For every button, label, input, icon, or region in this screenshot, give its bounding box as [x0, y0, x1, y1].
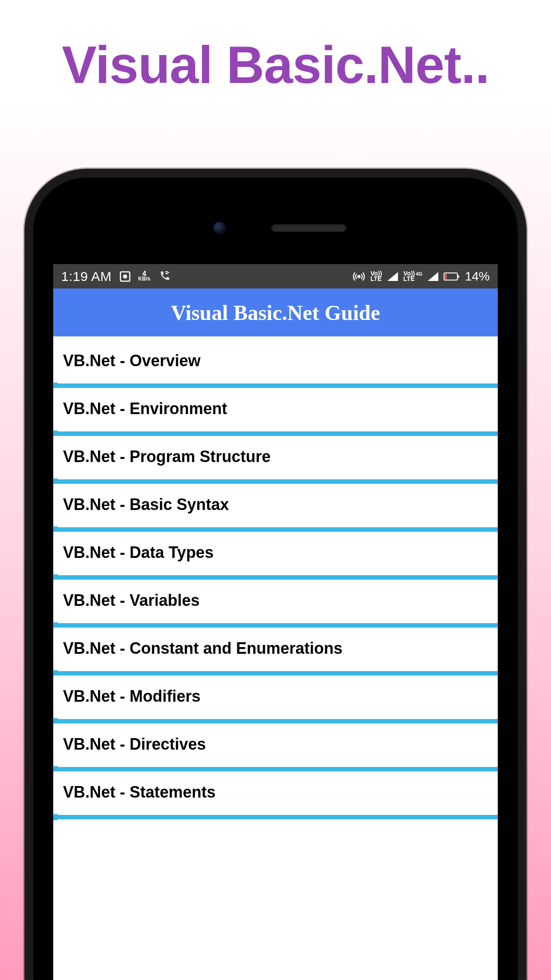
topic-item-constant-enumerations[interactable]: VB.Net - Constant and Enumerations [53, 628, 498, 676]
signal-icon-2 [428, 272, 438, 281]
lte-label-1: LTE [370, 277, 382, 281]
sim2-indicator: Vo)) 4G LTE [403, 271, 422, 281]
topic-label: VB.Net - Statements [63, 783, 216, 801]
app-title: Visual Basic.Net Guide [171, 300, 380, 325]
topic-item-program-structure[interactable]: VB.Net - Program Structure [53, 436, 498, 484]
topic-label: VB.Net - Directives [63, 735, 206, 753]
data-rate-unit: KB/s [138, 277, 150, 281]
status-bar-left: 1:19 AM 4 KB/s [61, 269, 171, 284]
svg-point-2 [358, 275, 360, 277]
topic-list[interactable]: VB.Net - Overview VB.Net - Environment V… [53, 336, 498, 819]
topic-label: VB.Net - Environment [63, 399, 227, 418]
topic-label: VB.Net - Variables [63, 591, 200, 609]
topic-item-variables[interactable]: VB.Net - Variables [53, 580, 498, 628]
status-bar: 1:19 AM 4 KB/s [53, 264, 498, 288]
network-4g-label: 4G [416, 272, 422, 276]
topic-item-data-types[interactable]: VB.Net - Data Types [53, 532, 498, 580]
wifi-calling-icon [157, 270, 171, 283]
device-screen: 1:19 AM 4 KB/s [53, 264, 498, 980]
status-clock: 1:19 AM [61, 269, 112, 284]
earpiece-speaker-icon [271, 224, 346, 232]
lte-label-2: LTE [403, 277, 414, 281]
topic-item-directives[interactable]: VB.Net - Directives [53, 723, 498, 771]
svg-point-1 [123, 274, 127, 278]
topic-item-statements[interactable]: VB.Net - Statements [53, 771, 498, 819]
topic-label: VB.Net - Basic Syntax [63, 495, 229, 514]
topic-item-overview[interactable]: VB.Net - Overview [53, 336, 498, 388]
front-camera-icon [213, 222, 226, 234]
topic-item-environment[interactable]: VB.Net - Environment [53, 388, 498, 436]
data-rate-icon: 4 KB/s [138, 271, 150, 281]
status-bar-right: Vo)) LTE Vo)) 4G LTE 1 [353, 269, 490, 284]
phone-frame: 1:19 AM 4 KB/s [24, 169, 527, 980]
hotspot-icon [353, 270, 365, 283]
sim1-indicator: Vo)) LTE [370, 271, 382, 281]
battery-icon [444, 273, 458, 281]
topic-label: VB.Net - Program Structure [63, 447, 271, 466]
topic-item-modifiers[interactable]: VB.Net - Modifiers [53, 676, 498, 723]
phone-bezel: 1:19 AM 4 KB/s [33, 178, 518, 980]
topic-label: VB.Net - Constant and Enumerations [63, 639, 342, 657]
topic-label: VB.Net - Overview [63, 352, 201, 370]
signal-icon-1 [387, 272, 398, 281]
topic-label: VB.Net - Modifiers [63, 687, 201, 705]
app-header: Visual Basic.Net Guide [53, 288, 498, 336]
battery-percent: 14% [465, 269, 490, 284]
promo-title: Visual Basic.Net.. [0, 0, 551, 95]
screenshot-icon [119, 270, 131, 283]
battery-fill [445, 274, 447, 279]
topic-label: VB.Net - Data Types [63, 543, 213, 561]
topic-item-basic-syntax[interactable]: VB.Net - Basic Syntax [53, 484, 498, 532]
